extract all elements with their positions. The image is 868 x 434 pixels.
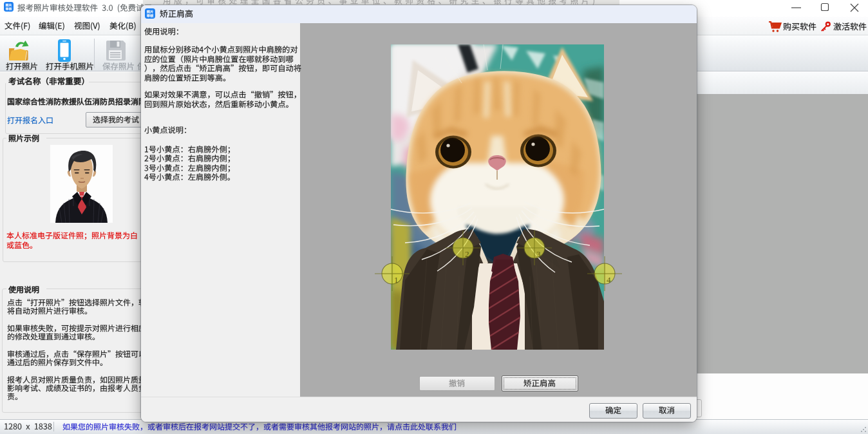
svg-text:2: 2 [465,249,469,259]
svg-text:3: 3 [536,249,541,259]
svg-text:1: 1 [394,275,399,285]
svg-text:4: 4 [607,275,611,285]
